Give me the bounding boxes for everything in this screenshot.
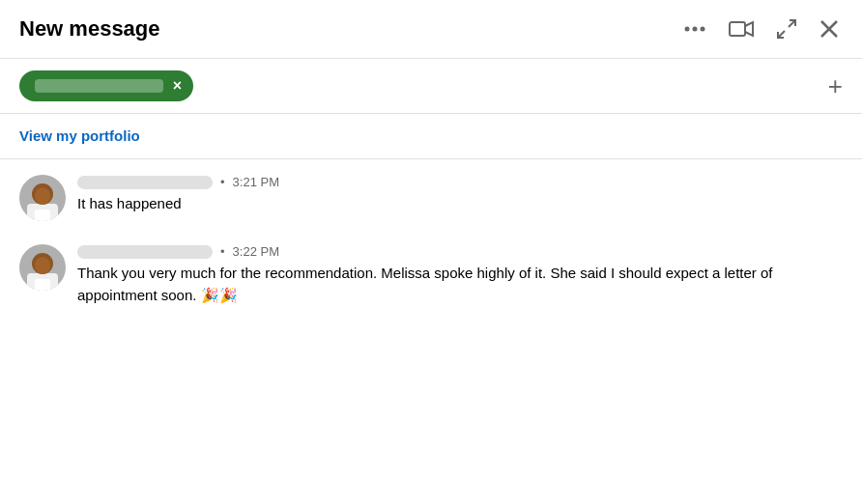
svg-rect-12 (35, 210, 50, 221)
video-call-button[interactable] (725, 16, 758, 42)
recipient-bar: × + (0, 59, 862, 114)
message-content: • 3:22 PM Thank you very much for the re… (77, 244, 843, 306)
avatar-image (19, 175, 66, 221)
message-content: • 3:21 PM It has happened (77, 175, 843, 221)
avatar (19, 244, 66, 291)
message-time: 3:21 PM (233, 175, 279, 189)
portfolio-link-bar: View my portfolio (0, 114, 862, 159)
video-icon (729, 20, 754, 38)
ellipsis-icon (684, 26, 705, 32)
header: New message (0, 0, 862, 59)
shrink-icon (777, 19, 796, 39)
more-options-button[interactable] (680, 22, 709, 36)
header-actions (680, 15, 843, 42)
remove-recipient-button[interactable]: × (173, 78, 182, 94)
recipient-name (35, 79, 163, 93)
separator: • (220, 244, 225, 259)
svg-rect-3 (730, 22, 745, 36)
svg-line-4 (789, 20, 795, 27)
message-text: Thank you very much for the recommendati… (77, 263, 773, 306)
add-recipient-button[interactable]: + (828, 73, 843, 98)
svg-point-0 (685, 27, 690, 32)
minimize-button[interactable] (773, 15, 800, 42)
svg-point-1 (693, 27, 698, 32)
message-item: • 3:22 PM Thank you very much for the re… (19, 244, 843, 306)
recipient-pill: × (19, 70, 193, 101)
avatar (19, 175, 66, 221)
sender-name-placeholder (77, 176, 213, 189)
svg-rect-17 (35, 279, 50, 291)
svg-line-5 (778, 31, 785, 38)
svg-point-2 (701, 27, 705, 32)
message-text: It has happened (77, 193, 773, 215)
page-title: New message (19, 16, 680, 42)
sender-name-placeholder (77, 245, 213, 259)
svg-point-16 (35, 257, 50, 274)
separator: • (220, 175, 225, 189)
message-time: 3:22 PM (233, 244, 279, 259)
message-item: • 3:21 PM It has happened (19, 175, 843, 221)
close-icon (819, 19, 839, 39)
svg-point-11 (35, 187, 50, 205)
messages-area[interactable]: • 3:21 PM It has happened (0, 159, 862, 504)
close-button[interactable] (816, 15, 843, 42)
message-meta: • 3:21 PM (77, 175, 843, 189)
avatar-image (19, 244, 66, 291)
message-window: New message (0, 0, 862, 504)
message-meta: • 3:22 PM (77, 244, 843, 259)
portfolio-link[interactable]: View my portfolio (19, 127, 140, 144)
